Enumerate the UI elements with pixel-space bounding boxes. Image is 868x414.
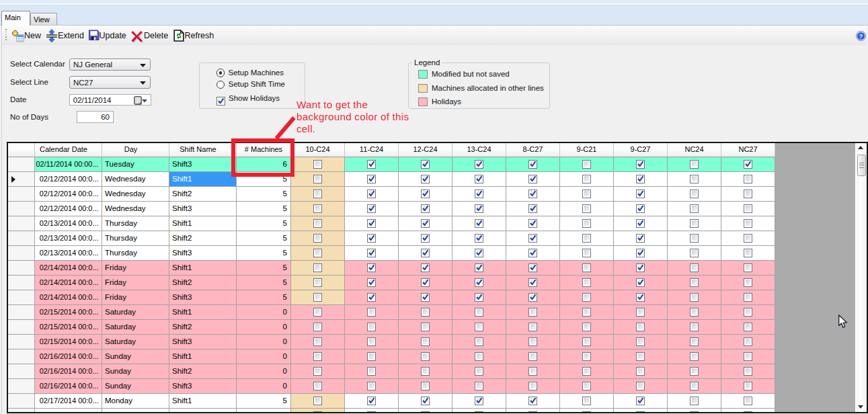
svg-text:?: ? (859, 32, 863, 39)
